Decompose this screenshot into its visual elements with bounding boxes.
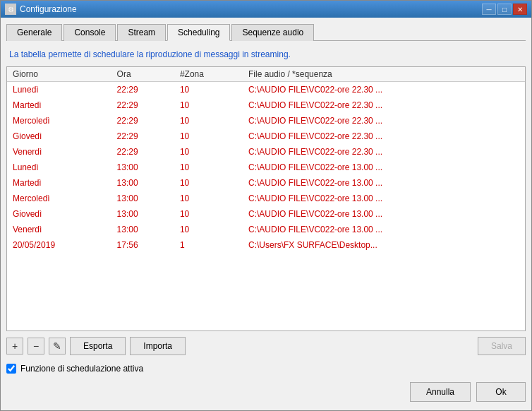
cell-file: C:\AUDIO FILE\VC022-ore 22.30 ... bbox=[243, 97, 525, 113]
cell-file: C:\AUDIO FILE\VC022-ore 22.30 ... bbox=[243, 129, 525, 144]
cell-zone: 10 bbox=[174, 191, 243, 206]
table-row[interactable]: Martedì22:2910C:\AUDIO FILE\VC022-ore 22… bbox=[7, 97, 525, 113]
table-row[interactable]: Mercoledì22:2910C:\AUDIO FILE\VC022-ore … bbox=[7, 113, 525, 129]
cell-day: Giovedì bbox=[7, 206, 111, 222]
scheduling-checkbox-label: Funzione di schedulazione attiva bbox=[20, 364, 143, 374]
edit-button[interactable]: ✎ bbox=[49, 338, 66, 355]
cell-day: Mercoledì bbox=[7, 113, 111, 129]
table-row[interactable]: Venerdì13:0010C:\AUDIO FILE\VC022-ore 13… bbox=[7, 222, 525, 237]
remove-button[interactable]: − bbox=[28, 338, 44, 355]
schedule-table: Giorno Ora #Zona File audio / *sequenza … bbox=[7, 67, 525, 253]
cell-zone: 1 bbox=[174, 237, 243, 253]
table-header-row: Giorno Ora #Zona File audio / *sequenza bbox=[7, 67, 525, 82]
cell-zone: 10 bbox=[174, 113, 243, 129]
cell-zone: 10 bbox=[174, 175, 243, 191]
cell-zone: 10 bbox=[174, 222, 243, 237]
cell-file: C:\AUDIO FILE\VC022-ore 13.00 ... bbox=[243, 160, 525, 175]
window-icon: ⚙ bbox=[5, 4, 16, 15]
description-text: La tabella permette di schedulare la rip… bbox=[6, 47, 526, 61]
table-row[interactable]: 20/05/201917:561C:\Users\FX SURFACE\Desk… bbox=[7, 237, 525, 253]
cell-file: C:\AUDIO FILE\VC022-ore 13.00 ... bbox=[243, 222, 525, 237]
maximize-button[interactable]: □ bbox=[497, 4, 512, 15]
cell-time: 17:56 bbox=[111, 237, 174, 253]
cell-time: 13:00 bbox=[111, 191, 174, 206]
tab-bar: Generale Console Stream Scheduling Seque… bbox=[6, 23, 526, 41]
cell-file: C:\AUDIO FILE\VC022-ore 13.00 ... bbox=[243, 191, 525, 206]
cell-zone: 10 bbox=[174, 206, 243, 222]
scheduling-checkbox[interactable] bbox=[6, 364, 16, 374]
minimize-button[interactable]: ─ bbox=[482, 4, 496, 15]
cell-day: 20/05/2019 bbox=[7, 237, 111, 253]
tab-stream[interactable]: Stream bbox=[117, 24, 166, 41]
table-body: Lunedì22:2910C:\AUDIO FILE\VC022-ore 22.… bbox=[7, 82, 525, 253]
cell-time: 13:00 bbox=[111, 222, 174, 237]
cell-zone: 10 bbox=[174, 129, 243, 144]
cell-day: Lunedì bbox=[7, 160, 111, 175]
tab-scheduling[interactable]: Scheduling bbox=[167, 24, 230, 41]
cell-day: Martedì bbox=[7, 175, 111, 191]
tab-sequenze-audio[interactable]: Sequenze audio bbox=[231, 24, 314, 41]
table-row[interactable]: Martedì13:0010C:\AUDIO FILE\VC022-ore 13… bbox=[7, 175, 525, 191]
cell-time: 13:00 bbox=[111, 160, 174, 175]
cell-day: Giovedì bbox=[7, 129, 111, 144]
footer-buttons: Annulla Ok bbox=[6, 382, 526, 405]
table-row[interactable]: Giovedì13:0010C:\AUDIO FILE\VC022-ore 13… bbox=[7, 206, 525, 222]
table-row[interactable]: Mercoledì13:0010C:\AUDIO FILE\VC022-ore … bbox=[7, 191, 525, 206]
cell-time: 22:29 bbox=[111, 144, 174, 160]
cell-day: Martedì bbox=[7, 97, 111, 113]
col-header-time: Ora bbox=[111, 67, 174, 82]
table-row[interactable]: Venerdì22:2910C:\AUDIO FILE\VC022-ore 22… bbox=[7, 144, 525, 160]
cell-time: 13:00 bbox=[111, 175, 174, 191]
cell-day: Venerdì bbox=[7, 222, 111, 237]
import-button[interactable]: Importa bbox=[130, 337, 186, 355]
cell-file: C:\AUDIO FILE\VC022-ore 13.00 ... bbox=[243, 175, 525, 191]
title-bar: ⚙ Configurazione ─ □ ✕ bbox=[1, 1, 531, 18]
cell-time: 22:29 bbox=[111, 129, 174, 144]
table-row[interactable]: Lunedì22:2910C:\AUDIO FILE\VC022-ore 22.… bbox=[7, 82, 525, 97]
toolbar-row: + − ✎ Esporta Importa Salva bbox=[6, 337, 526, 355]
cell-zone: 10 bbox=[174, 144, 243, 160]
cell-file: C:\AUDIO FILE\VC022-ore 13.00 ... bbox=[243, 206, 525, 222]
close-button[interactable]: ✕ bbox=[513, 4, 527, 15]
cell-zone: 10 bbox=[174, 82, 243, 97]
cell-day: Venerdì bbox=[7, 144, 111, 160]
cell-file: C:\Users\FX SURFACE\Desktop... bbox=[243, 237, 525, 253]
cell-zone: 10 bbox=[174, 97, 243, 113]
save-button[interactable]: Salva bbox=[478, 337, 526, 355]
col-header-day: Giorno bbox=[7, 67, 111, 82]
bottom-section: Funzione di schedulazione attiva Annulla… bbox=[6, 361, 526, 405]
content-area: Generale Console Stream Scheduling Seque… bbox=[1, 18, 531, 410]
cell-zone: 10 bbox=[174, 160, 243, 175]
cell-time: 22:29 bbox=[111, 97, 174, 113]
table-row[interactable]: Lunedì13:0010C:\AUDIO FILE\VC022-ore 13.… bbox=[7, 160, 525, 175]
tab-console[interactable]: Console bbox=[64, 24, 116, 41]
cell-time: 13:00 bbox=[111, 206, 174, 222]
cell-day: Lunedì bbox=[7, 82, 111, 97]
cell-time: 22:29 bbox=[111, 113, 174, 129]
cell-file: C:\AUDIO FILE\VC022-ore 22.30 ... bbox=[243, 113, 525, 129]
checkbox-row: Funzione di schedulazione attiva bbox=[6, 361, 526, 376]
cell-time: 22:29 bbox=[111, 82, 174, 97]
window-title: Configurazione bbox=[20, 4, 77, 14]
table-row[interactable]: Giovedì22:2910C:\AUDIO FILE\VC022-ore 22… bbox=[7, 129, 525, 144]
main-window: ⚙ Configurazione ─ □ ✕ Generale Console … bbox=[0, 0, 532, 411]
cancel-button[interactable]: Annulla bbox=[410, 382, 471, 402]
cell-file: C:\AUDIO FILE\VC022-ore 22.30 ... bbox=[243, 82, 525, 97]
ok-button[interactable]: Ok bbox=[476, 382, 526, 402]
cell-file: C:\AUDIO FILE\VC022-ore 22.30 ... bbox=[243, 144, 525, 160]
add-button[interactable]: + bbox=[6, 338, 23, 355]
col-header-file: File audio / *sequenza bbox=[243, 67, 525, 82]
tab-generale[interactable]: Generale bbox=[6, 24, 62, 41]
export-button[interactable]: Esporta bbox=[70, 337, 126, 355]
col-header-zone: #Zona bbox=[174, 67, 243, 82]
schedule-table-container: Giorno Ora #Zona File audio / *sequenza … bbox=[6, 66, 526, 331]
cell-day: Mercoledì bbox=[7, 191, 111, 206]
